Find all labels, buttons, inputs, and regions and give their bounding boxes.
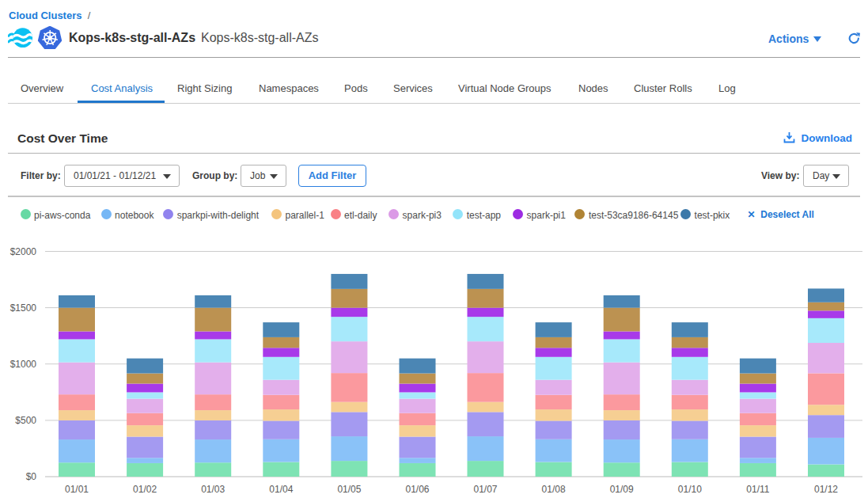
- svg-text:$1500: $1500: [10, 302, 37, 314]
- svg-text:$0: $0: [26, 471, 37, 482]
- svg-text:01/08: 01/08: [542, 484, 566, 495]
- svg-text:$2000: $2000: [10, 246, 37, 257]
- svg-text:01/04: 01/04: [269, 484, 293, 495]
- svg-text:01/09: 01/09: [610, 484, 634, 495]
- svg-text:01/12: 01/12: [814, 484, 838, 495]
- svg-text:01/05: 01/05: [337, 484, 361, 495]
- svg-text:$1000: $1000: [10, 359, 37, 370]
- svg-text:01/11: 01/11: [746, 484, 769, 495]
- svg-text:$500: $500: [15, 415, 36, 426]
- svg-text:01/07: 01/07: [473, 484, 497, 495]
- svg-text:01/02: 01/02: [133, 484, 157, 495]
- svg-text:01/01: 01/01: [65, 484, 89, 495]
- svg-text:01/03: 01/03: [201, 484, 225, 495]
- svg-text:01/06: 01/06: [405, 484, 429, 495]
- svg-text:01/10: 01/10: [678, 484, 702, 495]
